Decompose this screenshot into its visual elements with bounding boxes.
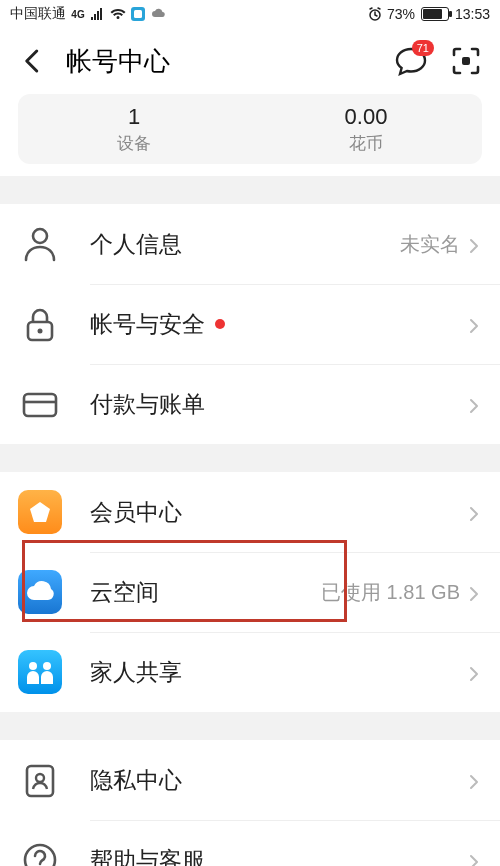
person-icon [18,222,62,266]
battery-icon [421,7,449,21]
member-app-icon [18,490,62,534]
battery-pct-label: 73% [387,6,415,22]
svg-rect-7 [24,394,56,416]
row-help-service[interactable]: 帮助与客服 [0,820,500,866]
svg-rect-3 [462,57,470,65]
lock-icon [18,302,62,346]
chevron-right-icon [466,316,482,332]
svg-rect-1 [134,10,142,18]
help-icon [18,838,62,866]
chevron-right-icon [466,236,482,252]
row-personal-info[interactable]: 个人信息 未实名 [0,204,500,284]
stat-coins-label: 花币 [250,132,482,155]
row-label: 云空间 [90,577,159,608]
row-label: 隐私中心 [90,765,182,796]
svg-point-4 [33,229,47,243]
app-tile-icon [130,6,146,22]
back-button[interactable] [18,46,48,76]
row-label: 帮助与客服 [90,845,205,867]
stat-devices-label: 设备 [18,132,250,155]
row-member-center[interactable]: 会员中心 [0,472,500,552]
scan-button[interactable] [450,45,482,77]
stat-coins-value: 0.00 [250,104,482,130]
svg-point-12 [36,774,44,782]
family-app-icon [18,650,62,694]
row-label: 帐号与安全 [90,309,205,340]
messages-button[interactable]: 71 [394,44,428,78]
list-section-more: 隐私中心 帮助与客服 [0,740,500,866]
row-label: 家人共享 [90,657,182,688]
chevron-right-icon [466,396,482,412]
stat-devices-value: 1 [18,104,250,130]
privacy-icon [18,758,62,802]
chevron-right-icon [466,504,482,520]
page-title: 帐号中心 [66,44,170,79]
alert-dot-icon [215,319,225,329]
carrier-label: 中国联通 [10,5,66,23]
chevron-right-icon [466,852,482,866]
card-icon [18,382,62,426]
stat-coins[interactable]: 0.00 花币 [250,94,482,164]
row-account-security[interactable]: 帐号与安全 [0,284,500,364]
alarm-icon [367,6,383,22]
row-label: 会员中心 [90,497,182,528]
status-bar: 中国联通 4G 73% 13:53 [0,0,500,28]
svg-point-9 [29,662,37,670]
network-4g-icon: 4G [70,6,86,22]
wifi-icon [110,6,126,22]
page-header: 帐号中心 71 [0,28,500,94]
row-payment-bills[interactable]: 付款与账单 [0,364,500,444]
chevron-right-icon [466,772,482,788]
cloud-app-icon [18,570,62,614]
row-label: 付款与账单 [90,389,205,420]
chevron-right-icon [466,664,482,680]
row-label: 个人信息 [90,229,182,260]
stat-devices[interactable]: 1 设备 [18,94,250,164]
stats-panel-wrap: 1 设备 0.00 花币 [0,94,500,176]
signal-icon [90,6,106,22]
list-section-account: 个人信息 未实名 帐号与安全 付款与账单 [0,204,500,444]
clock-label: 13:53 [455,6,490,22]
row-cloud-space[interactable]: 云空间 已使用 1.81 GB [0,552,500,632]
row-family-share[interactable]: 家人共享 [0,632,500,712]
svg-point-6 [38,329,43,334]
chevron-right-icon [466,584,482,600]
cloud-sync-icon [150,6,166,22]
svg-point-10 [43,662,51,670]
row-privacy-center[interactable]: 隐私中心 [0,740,500,820]
stats-panel: 1 设备 0.00 花币 [18,94,482,164]
row-right-text: 未实名 [400,231,460,258]
messages-badge: 71 [412,40,434,56]
row-right-text: 已使用 1.81 GB [321,579,460,606]
list-section-services: 会员中心 云空间 已使用 1.81 GB 家人共享 [0,472,500,712]
